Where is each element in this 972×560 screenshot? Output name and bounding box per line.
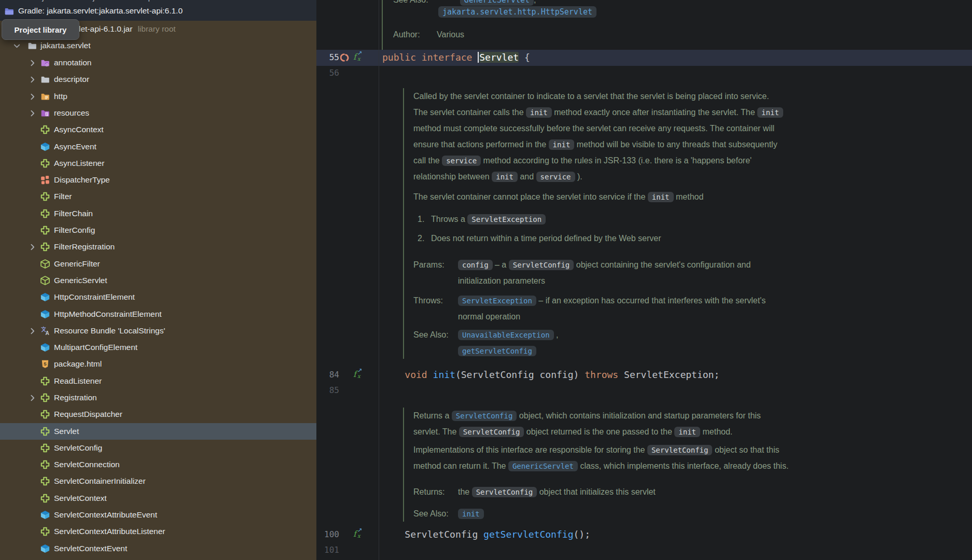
sidebar-item-genericservlet[interactable]: GenericServlet [0,272,316,289]
sidebar-item-filterconfig[interactable]: FilterConfig [0,222,316,239]
sidebar-item-servletconfig[interactable]: ServletConfig [0,440,316,456]
sidebar-item-filterregistration[interactable]: FilterRegistration [0,239,316,255]
code-line-84[interactable]: void init(ServletConfig config) throws S… [382,367,719,383]
chevron-down-icon[interactable] [12,41,21,50]
doc-text: method will be visible to any threads th… [574,140,777,149]
edit-javadoc-icon[interactable]: fx↗ [353,53,362,62]
see-also-chip-row: jakarta.servlet.http.HttpServlet [438,4,596,20]
ide-window: Gradle: jakarta.servlet:jakarta.servlet-… [0,0,972,560]
code-chip: init [526,107,552,118]
enum-icon [40,175,50,185]
line-number: 85 [316,383,339,398]
abstract-icon [40,276,50,285]
sidebar-item-httpconstraintelement[interactable]: HttpConstraintElement [0,289,316,305]
chevron-right-icon[interactable] [28,92,37,101]
doc-section-body: config – a ServletConfig object containi… [458,257,751,289]
sidebar-item-package-html[interactable]: 5package.html [0,356,316,372]
sidebar-item-descriptor[interactable]: descriptor [0,71,316,88]
doc-text: Does not return within a time period def… [431,234,661,243]
chevron-right-icon[interactable] [28,394,37,402]
doc-text: Implementations of this interface are re… [413,445,647,454]
javadoc-block-2: Returns a ServletConfig object, which co… [403,408,972,522]
chevron-right-icon[interactable] [28,243,37,251]
sidebar-item-asynccontext[interactable]: AsyncContext [0,121,316,138]
doc-text: servlet. The [413,427,459,436]
sidebar-item-filterchain[interactable]: FilterChain [0,205,316,222]
sidebar-item-servletconnection[interactable]: ServletConnection [0,456,316,473]
code-line-100[interactable]: ServletConfig getServletConfig(); [382,527,590,542]
doc-link[interactable]: UnavailableException [458,330,554,340]
sidebar-item-filter[interactable]: Filter [0,188,316,205]
sidebar-item-annotation[interactable]: @annotation [0,54,316,71]
author-value: Various [437,30,464,39]
doc-link[interactable]: ServletConfig [452,411,517,421]
sidebar-item-resource-bundle-localstrings-[interactable]: AResource Bundle 'LocalStrings' [0,323,316,339]
sidebar-item-http[interactable]: http [0,88,316,105]
doc-link[interactable]: init [458,509,484,519]
doc-text: The servlet container calls the [413,108,526,117]
sidebar-item-genericfilter[interactable]: GenericFilter [0,256,316,272]
html-icon: 5 [40,359,50,369]
highlighted-identifier: Servlet [479,52,519,63]
doc-link[interactable]: GenericServlet [508,461,578,471]
doc-text: object so that this [712,445,779,454]
sidebar-item-dispatchertype[interactable]: DispatcherType [0,172,316,188]
sidebar-item-servletcontext[interactable]: ServletContext [0,490,316,507]
tree-item-label: GenericServlet [54,276,107,285]
interface-icon [40,410,50,419]
sidebar-item-resources[interactable]: resources [0,105,316,121]
edit-javadoc-icon[interactable]: fx↗ [353,530,362,539]
doc-text: call the [413,156,442,165]
sidebar-item-requestdispatcher[interactable]: RequestDispatcher [0,406,316,423]
doc-link[interactable]: jakarta.servlet.http.HttpServlet [438,6,596,18]
sidebar-item-gradle-library[interactable]: Gradle: jakarta.servlet:jakarta.servlet-… [4,4,183,18]
interface-icon [40,226,50,235]
tree-item-label: FilterChain [54,209,93,218]
doc-text: method [674,192,704,201]
doc-link[interactable]: getServletConfig [458,346,536,356]
code-chip: init [674,427,700,437]
code-token: { [519,52,530,63]
svg-text:A: A [46,330,50,335]
edit-javadoc-icon[interactable]: fx↗ [353,370,362,380]
tree-item-label: ServletContainerInitializer [54,477,146,486]
doc-section-seealso: See Also:init [413,506,972,522]
sidebar-item-servletcontextevent[interactable]: ServletContextEvent [0,540,316,557]
chevron-right-icon[interactable] [28,109,37,118]
sidebar-item-registration[interactable]: Registration [0,389,316,406]
class-icon [40,310,50,319]
sidebar-item-jakarta-servlet[interactable]: jakarta.servlet [12,38,90,53]
tree-item-label: AsyncContext [54,125,104,134]
sidebar-item-servletcontextattributeevent[interactable]: ServletContextAttributeEvent [0,507,316,523]
doc-text: object containing the servlet's configur… [574,260,751,269]
sidebar-item-asynclistener[interactable]: AsyncListener [0,155,316,172]
sidebar-item-servletcontextattributelistener[interactable]: ServletContextAttributeListener [0,523,316,540]
implemented-by-icon[interactable] [340,53,350,62]
sidebar-item-multipartconfigelement[interactable]: MultipartConfigElement [0,339,316,356]
code-chip: init [549,139,575,150]
sidebar-item-servlet[interactable]: Servlet [0,423,316,440]
code-line-55[interactable]: public interface Servlet { [382,50,530,65]
code-token: void [405,369,427,380]
doc-link[interactable]: ServletException [458,296,536,306]
doc-text: method exactly once after instantiating … [552,108,757,117]
code-token: getServletConfig [483,529,573,540]
sidebar-item-library-root[interactable]: let-api-6.1.0.jar library root [79,21,176,37]
line-number: 84 [316,367,339,383]
interface-icon [40,125,50,134]
list-marker: 1. [418,211,431,227]
folder-http-icon [40,92,50,101]
sidebar-item-readlistener[interactable]: ReadListener [0,373,316,389]
interface-icon [40,494,50,503]
chevron-right-icon[interactable] [28,75,37,84]
doc-text: – a [493,260,509,269]
chevron-right-icon[interactable] [28,59,37,67]
sidebar-item-servletcontainerinitializer[interactable]: ServletContainerInitializer [0,473,316,489]
tree-item-label: ServletContextEvent [54,544,127,553]
sidebar-item-asyncevent[interactable]: AsyncEvent [0,138,316,155]
doc-text: ensure that actions performed in the [413,140,549,149]
editor-pane[interactable]: See Also: GenericServlet , jakarta.servl… [316,0,972,560]
sidebar-item-httpmethodconstraintelement[interactable]: HttpMethodConstraintElement [0,306,316,323]
package-folder-icon [27,41,37,50]
chevron-right-icon[interactable] [28,327,37,335]
